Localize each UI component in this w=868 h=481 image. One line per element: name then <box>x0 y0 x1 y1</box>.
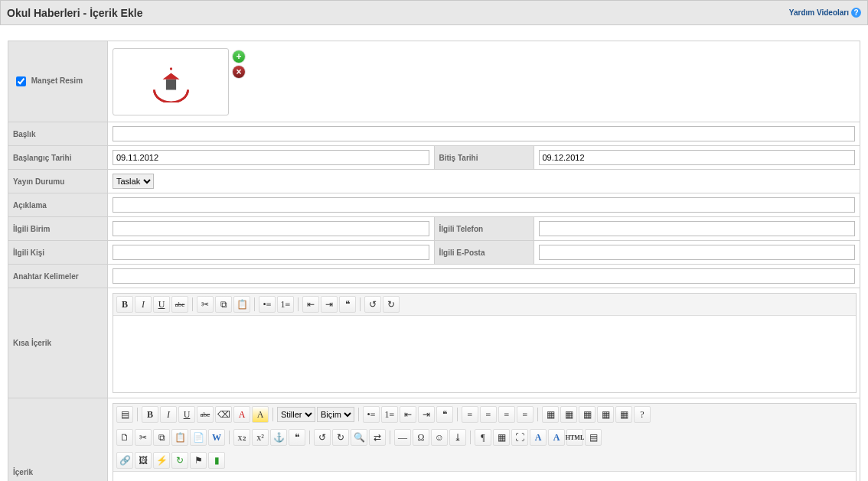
outdent-icon[interactable]: ⇤ <box>400 406 416 423</box>
smiley-icon[interactable]: ☺ <box>431 429 448 446</box>
tbbtn-a-icon[interactable]: ▦ <box>542 406 559 423</box>
layers-icon[interactable]: ▮ <box>208 452 225 469</box>
strike-icon[interactable]: abc <box>197 406 214 423</box>
ul-icon[interactable]: •≡ <box>259 296 276 313</box>
undo-icon[interactable]: ↺ <box>314 429 331 446</box>
baslik-input[interactable] <box>113 126 855 141</box>
toolbar-separator <box>537 408 538 421</box>
toolbar-separator <box>360 297 361 311</box>
toolbar-separator <box>470 431 471 444</box>
replace-icon[interactable]: ⇄ <box>369 429 386 446</box>
bitis-tarihi-input[interactable] <box>539 150 856 165</box>
indent-icon[interactable]: ⇥ <box>418 406 435 423</box>
paste-icon[interactable]: 📋 <box>171 429 188 446</box>
align-right-icon[interactable]: ≡ <box>498 406 515 423</box>
add-image-button[interactable]: + <box>233 50 245 63</box>
refresh-icon[interactable]: ↻ <box>171 452 188 469</box>
image-thumbnail[interactable]: + × <box>113 48 229 115</box>
paste-word-icon[interactable]: W <box>208 429 225 446</box>
fit-icon[interactable]: ⛶ <box>511 429 528 446</box>
tbbtn-e-icon[interactable]: ▦ <box>615 406 632 423</box>
italic-icon[interactable]: I <box>160 406 177 423</box>
anchor2-icon[interactable]: ⚑ <box>190 452 207 469</box>
paste-icon[interactable]: 📋 <box>233 296 250 313</box>
align-left-icon[interactable]: ≡ <box>462 406 478 423</box>
link-icon[interactable]: 🔗 <box>116 452 133 469</box>
anahtar-kelimeler-input[interactable] <box>113 268 855 284</box>
svg-marker-1 <box>162 73 179 80</box>
help-videos-link[interactable]: Yardım Videoları ? <box>789 6 861 20</box>
align-center-icon[interactable]: ≡ <box>480 406 497 423</box>
label-ilgili-kisi: İlgili Kişi <box>8 241 108 265</box>
styles-select[interactable]: Stiller <box>277 407 315 422</box>
kisa-icerik-textarea[interactable] <box>113 316 856 392</box>
css-icon[interactable]: ▤ <box>585 429 602 446</box>
anchor-icon[interactable]: ⚓ <box>270 429 287 446</box>
ol-icon[interactable]: 1≡ <box>381 406 398 423</box>
superscript-icon[interactable]: x² <box>252 429 269 446</box>
a11y2-icon[interactable]: A <box>548 429 565 446</box>
quote-icon[interactable]: ❝ <box>339 296 356 313</box>
help-icon[interactable]: ? <box>634 406 651 423</box>
tbbtn-c-icon[interactable]: ▦ <box>579 406 596 423</box>
removeformat-icon[interactable]: ⌫ <box>215 406 232 423</box>
paste-text-icon[interactable]: 📄 <box>190 429 207 446</box>
outdent-icon[interactable]: ⇤ <box>302 296 319 313</box>
html-source-icon[interactable]: HTML <box>566 429 583 446</box>
aciklama-input[interactable] <box>113 197 855 213</box>
align-justify-icon[interactable]: ≡ <box>517 406 534 423</box>
indent-icon[interactable]: ⇥ <box>321 296 338 313</box>
ul-icon[interactable]: •≡ <box>363 406 380 423</box>
label-kisa-icerik: Kısa İçerik <box>8 288 108 398</box>
tbbtn-d-icon[interactable]: ▦ <box>597 406 614 423</box>
yayin-durumu-select[interactable]: Taslak <box>113 174 154 189</box>
manset-resim-text: Manşet Resim <box>31 76 83 85</box>
ilgili-kisi-input[interactable] <box>113 245 429 260</box>
flash-icon[interactable]: ⚡ <box>153 452 170 469</box>
ilgili-telefon-input[interactable] <box>539 221 856 236</box>
mini-editor-toolbar: B I U abc ✂ ⧉ 📋 •≡ 1≡ ⇤ ⇥ ❝ ↺ <box>113 294 856 316</box>
bold-icon[interactable]: B <box>116 296 133 313</box>
textcolor-icon[interactable]: A <box>233 406 250 423</box>
subscript-icon[interactable]: x₂ <box>233 429 250 446</box>
underline-icon[interactable]: U <box>153 296 170 313</box>
image-manager-icon[interactable]: 🖼 <box>135 452 152 469</box>
ilgili-eposta-input[interactable] <box>539 245 856 260</box>
format-select[interactable]: Biçim <box>317 407 354 422</box>
copy-icon[interactable]: ⧉ <box>153 429 170 446</box>
label-baslangic-tarihi: Başlangıç Tarihi <box>8 146 108 170</box>
manset-resim-checkbox[interactable] <box>16 76 26 86</box>
redo-icon[interactable]: ↻ <box>332 429 349 446</box>
pagebreak-icon[interactable]: ⤓ <box>449 429 466 446</box>
find-icon[interactable]: 🔍 <box>351 429 367 446</box>
tbbtn-b-icon[interactable]: ▦ <box>560 406 577 423</box>
redo-icon[interactable]: ↻ <box>383 296 400 313</box>
cut-icon[interactable]: ✂ <box>135 429 152 446</box>
source-icon[interactable]: ▤ <box>116 406 133 423</box>
bgcolor-icon[interactable]: A <box>252 406 269 423</box>
table-icon[interactable]: ▦ <box>493 429 510 446</box>
baslangic-tarihi-input[interactable] <box>113 150 429 165</box>
copy-icon[interactable]: ⧉ <box>215 296 232 313</box>
ilgili-birim-input[interactable] <box>113 221 429 236</box>
ol-icon[interactable]: 1≡ <box>277 296 294 313</box>
help-videos-label: Yardım Videoları <box>789 6 849 20</box>
blockquote-icon[interactable]: ❝ <box>436 406 453 423</box>
remove-image-button[interactable]: × <box>233 66 245 78</box>
newdoc-icon[interactable]: 🗋 <box>116 429 133 446</box>
undo-icon[interactable]: ↺ <box>364 296 381 313</box>
toolbar-separator <box>137 408 138 421</box>
cut-icon[interactable]: ✂ <box>197 296 214 313</box>
omega-icon[interactable]: Ω <box>413 429 429 446</box>
icerik-textarea[interactable] <box>113 472 856 481</box>
strike-icon[interactable]: abc <box>171 296 188 313</box>
paragraph-icon[interactable]: ¶ <box>475 429 491 446</box>
hr-icon[interactable]: — <box>394 429 411 446</box>
underline-icon[interactable]: U <box>178 406 195 423</box>
toolbar-separator <box>272 408 273 421</box>
bold-icon[interactable]: B <box>142 406 158 423</box>
italic-icon[interactable]: I <box>135 296 152 313</box>
a11y-icon[interactable]: A <box>530 429 547 446</box>
label-manset-resim: Manşet Resim <box>8 41 108 122</box>
quote2-icon[interactable]: ❝ <box>289 429 305 446</box>
